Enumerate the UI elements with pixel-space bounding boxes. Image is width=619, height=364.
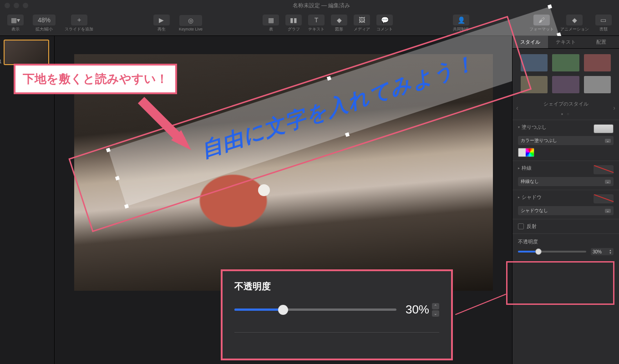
- opacity-value-field[interactable]: 30% ▲▼: [591, 248, 614, 255]
- window-title: 名称未設定 — 編集済み: [28, 2, 614, 10]
- tab-arrange[interactable]: 配置: [583, 36, 619, 48]
- format-inspector: スタイル テキスト 配置 ‹ › シェイプのスタイル ● ○ 塗りつぶし カラー…: [512, 36, 619, 364]
- style-swatch[interactable]: [584, 54, 611, 71]
- play-icon: ▶: [153, 15, 170, 25]
- border-header[interactable]: 枠線: [518, 165, 532, 172]
- view-button[interactable]: ▦▾ 表示: [5, 14, 26, 33]
- fill-section: 塗りつぶし カラー塗りつぶし⌄: [512, 120, 619, 161]
- page-dots: ● ○: [512, 112, 619, 120]
- add-slide-button[interactable]: ＋ スライドを追加: [62, 14, 96, 33]
- text-icon: T: [308, 15, 325, 25]
- fill-mode-select[interactable]: カラー塗りつぶし⌄: [518, 136, 614, 145]
- close-icon[interactable]: [5, 3, 10, 8]
- shape-icon: ◆: [331, 15, 347, 25]
- tab-style[interactable]: スタイル: [512, 36, 548, 48]
- style-swatch[interactable]: [552, 76, 579, 93]
- fill-color-well[interactable]: [518, 148, 534, 157]
- chart-icon: ▮▮: [285, 15, 302, 25]
- shape-button[interactable]: ◆図形: [328, 14, 350, 33]
- inspector-tabs: スタイル テキスト 配置: [512, 36, 619, 49]
- comment-button[interactable]: 💬コメント: [374, 14, 396, 33]
- traffic-lights[interactable]: [5, 3, 28, 8]
- comment-icon: 💬: [376, 15, 393, 25]
- collab-icon: 👤: [453, 15, 469, 25]
- collab-button[interactable]: 👤共同制作: [450, 14, 472, 33]
- shape-style-swatches: [512, 49, 619, 99]
- style-swatch[interactable]: [521, 76, 548, 93]
- opacity-slider[interactable]: [518, 251, 586, 253]
- diamond-icon: ◆: [566, 15, 583, 25]
- broadcast-icon: ◎: [179, 15, 202, 26]
- style-swatch[interactable]: [584, 76, 611, 93]
- fill-preview[interactable]: [594, 124, 614, 133]
- chart-button[interactable]: ▮▮グラフ: [283, 14, 304, 33]
- keynote-live-button[interactable]: ◎ Keynote Live: [176, 14, 205, 32]
- zoom-button[interactable]: 48% 拡大/縮小: [30, 14, 58, 33]
- table-button[interactable]: ▦表: [260, 14, 282, 33]
- stepper-icon[interactable]: ⌃⌄: [432, 303, 439, 317]
- view-icon: ▦▾: [7, 15, 24, 25]
- tab-text[interactable]: テキスト: [548, 36, 583, 48]
- border-section: 枠線 枠線なし⌄: [512, 161, 619, 190]
- reflection-checkbox[interactable]: 反射: [518, 223, 614, 230]
- opacity-label: 不透明度: [518, 238, 614, 245]
- annotation-callout: 下地を敷くと読みやすい！: [14, 64, 177, 94]
- document-button[interactable]: ▭書類: [593, 14, 614, 33]
- checkbox-icon[interactable]: [518, 223, 524, 229]
- opacity-value-zoom[interactable]: 30% ⌃⌄: [406, 303, 439, 317]
- play-button[interactable]: ▶ 再生: [151, 14, 173, 33]
- fill-header[interactable]: 塗りつぶし: [518, 124, 547, 131]
- opacity-panel-zoom: 不透明度 30% ⌃⌄: [221, 269, 453, 360]
- style-swatch[interactable]: [521, 54, 548, 71]
- media-button[interactable]: 🖼メディア: [351, 14, 373, 33]
- shadow-preview[interactable]: [594, 194, 614, 203]
- media-icon: 🖼: [354, 15, 370, 25]
- shape-style-label: シェイプのスタイル: [512, 99, 619, 112]
- style-swatch[interactable]: [552, 54, 579, 71]
- shadow-section: シャドウ シャドウなし⌄: [512, 190, 619, 219]
- slider-knob[interactable]: [535, 248, 542, 255]
- slide-thumbnail-1[interactable]: [4, 40, 49, 65]
- style-next-icon[interactable]: ›: [613, 104, 615, 111]
- animation-button[interactable]: ◆アニメーション: [558, 14, 592, 33]
- shadow-mode-select[interactable]: シャドウなし⌄: [518, 206, 614, 215]
- text-button[interactable]: Tテキスト: [305, 14, 327, 33]
- opacity-slider-zoom[interactable]: [234, 308, 396, 311]
- style-prev-icon[interactable]: ‹: [516, 104, 518, 111]
- opacity-section: 不透明度 30% ▲▼: [512, 233, 619, 260]
- opacity-title: 不透明度: [234, 280, 439, 293]
- slider-knob[interactable]: [278, 305, 288, 315]
- border-mode-select[interactable]: 枠線なし⌄: [518, 177, 614, 186]
- window-titlebar: 名称未設定 — 編集済み: [0, 0, 619, 11]
- stepper-icon[interactable]: ▲▼: [609, 249, 612, 254]
- zoom-value: 48%: [33, 15, 56, 25]
- plus-icon: ＋: [71, 15, 87, 25]
- table-icon: ▦: [263, 15, 279, 25]
- fullscreen-icon[interactable]: [23, 3, 28, 8]
- color-wheel-icon[interactable]: [526, 148, 534, 157]
- minimize-icon[interactable]: [14, 3, 19, 8]
- annotation-arrow-icon: [132, 96, 200, 155]
- reflection-section: 反射: [512, 219, 619, 233]
- shadow-header[interactable]: シャドウ: [518, 194, 542, 201]
- border-preview[interactable]: [594, 165, 614, 174]
- document-icon: ▭: [595, 15, 612, 25]
